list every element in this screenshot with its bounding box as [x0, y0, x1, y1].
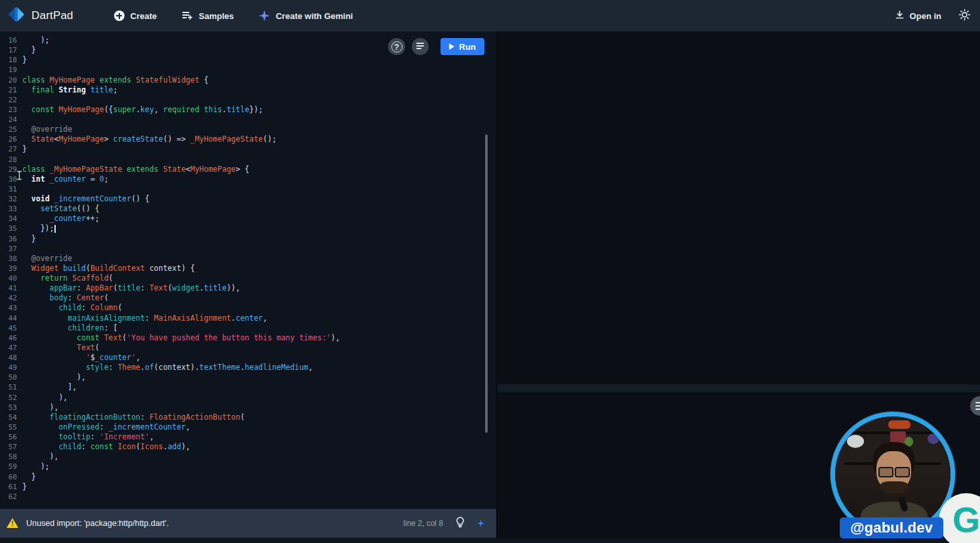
line-number: 56: [4, 432, 17, 442]
topbar-right: Open in: [895, 9, 971, 24]
analysis-message[interactable]: Unused import: 'package:http/http.dart'.: [26, 519, 168, 528]
code-line[interactable]: 28: [0, 155, 496, 165]
code-editor-panel[interactable]: 16 );17 }18}1920class MyHomePage extends…: [0, 31, 496, 509]
code-line[interactable]: 23 const MyHomePage({super.key, required…: [0, 105, 496, 115]
line-content: const Text('You have pushed the button t…: [22, 333, 340, 343]
code-line[interactable]: 31: [0, 184, 496, 194]
code-line[interactable]: 58 ),: [0, 452, 496, 462]
line-number: 25: [4, 125, 17, 134]
line-content: }: [22, 234, 36, 244]
code-line[interactable]: 33 setState(() {: [0, 204, 496, 214]
code-line[interactable]: 19: [0, 65, 496, 75]
line-content: body: Center(: [22, 293, 109, 303]
create-button[interactable]: Create: [114, 10, 157, 21]
line-number: 32: [4, 194, 17, 204]
mouse-ibeam-cursor: [16, 171, 22, 183]
code-line[interactable]: 20class MyHomePage extends StatefulWidge…: [0, 75, 496, 85]
line-content: @override: [22, 254, 72, 264]
code-line[interactable]: 48 '$_counter',: [0, 353, 496, 363]
code-line[interactable]: 49 style: Theme.of(context).textTheme.he…: [0, 363, 496, 372]
code-line[interactable]: 29class _MyHomePageState extends State<M…: [0, 165, 496, 174]
streamer-handle: @gabul.dev: [850, 519, 933, 536]
code-line[interactable]: 41 appBar: AppBar(title: Text(widget.tit…: [0, 283, 496, 293]
code-line[interactable]: 57 child: const Icon(Icons.add),: [0, 442, 496, 452]
code-line[interactable]: 34 _counter++;: [0, 214, 496, 224]
code-line[interactable]: 36 }: [0, 234, 496, 244]
code-line[interactable]: 62: [0, 492, 496, 502]
line-number: 19: [4, 65, 17, 75]
code-line[interactable]: 35 });: [0, 224, 496, 233]
line-content: }: [22, 55, 27, 65]
line-number: 39: [4, 264, 17, 273]
code-line[interactable]: 24: [0, 115, 496, 125]
code-line[interactable]: 54 floatingActionButton: FloatingActionB…: [0, 412, 496, 422]
gemini-quickfix-icon[interactable]: [477, 520, 484, 527]
editor-scrollbar[interactable]: [485, 134, 488, 433]
line-number: 41: [4, 283, 17, 293]
code-line[interactable]: 32 void _incrementCounter() {: [0, 194, 496, 204]
code-line[interactable]: 47 Text(: [0, 343, 496, 353]
code-line[interactable]: 51 ],: [0, 382, 496, 392]
code-line[interactable]: 27}: [0, 144, 496, 154]
line-number: 40: [4, 273, 17, 283]
shelf-lamp: [928, 433, 939, 444]
code-line[interactable]: 43 child: Column(: [0, 303, 496, 313]
code-line[interactable]: 40 return Scaffold(: [0, 273, 496, 283]
line-content: }: [22, 472, 36, 482]
code-lines: 16 );17 }18}1920class MyHomePage extends…: [0, 35, 496, 502]
line-number: 58: [4, 452, 17, 462]
line-content: Widget build(BuildContext context) {: [22, 264, 195, 273]
code-line[interactable]: 50 ),: [0, 372, 496, 382]
code-line[interactable]: 42 body: Center(: [0, 293, 496, 303]
samples-button[interactable]: Samples: [182, 10, 233, 22]
code-line[interactable]: 44 mainAxisAlignment: MainAxisAlignment.…: [0, 313, 496, 323]
console-menu-button[interactable]: [970, 396, 980, 416]
code-line[interactable]: 21 final String title;: [0, 85, 496, 95]
app-output-panel[interactable]: [498, 31, 980, 384]
code-line[interactable]: 30 int _counter = 0;: [0, 174, 496, 184]
line-number: 22: [4, 95, 17, 105]
line-number: 16: [4, 35, 17, 45]
plus-circle-icon: [114, 10, 125, 21]
line-content: Text(: [22, 343, 100, 353]
code-line[interactable]: 46 const Text('You have pushed the butto…: [0, 333, 496, 343]
code-line[interactable]: 55 onPressed: _incrementCounter,: [0, 422, 496, 432]
line-content: class _MyHomePageState extends State<MyH…: [22, 165, 249, 174]
gemini-sparkle-icon: [259, 10, 270, 22]
code-line[interactable]: 39 Widget build(BuildContext context) {: [0, 264, 496, 273]
code-line[interactable]: 61}: [0, 482, 496, 492]
line-content: '$_counter',: [22, 353, 140, 363]
code-line[interactable]: 37: [0, 244, 496, 254]
line-number: 20: [4, 75, 17, 85]
dartpad-app: DartPad Create Samples Create with Gemin…: [0, 0, 980, 543]
lightbulb-icon[interactable]: [455, 516, 465, 531]
run-label: Run: [459, 42, 475, 52]
code-line[interactable]: 53 ),: [0, 403, 496, 412]
code-line[interactable]: 59 );: [0, 462, 496, 472]
theme-toggle-button[interactable]: [958, 9, 971, 24]
line-content: floatingActionButton: FloatingActionButt…: [22, 412, 245, 422]
code-line[interactable]: 25 @override: [0, 125, 496, 134]
code-line[interactable]: 56 tooltip: 'Increment',: [0, 432, 496, 442]
run-button[interactable]: Run: [441, 38, 484, 55]
help-button[interactable]: ?: [388, 38, 405, 55]
code-line[interactable]: 52 ),: [0, 393, 496, 403]
code-line[interactable]: 22: [0, 95, 496, 105]
code-line[interactable]: 26 State<MyHomePage> createState() => _M…: [0, 134, 496, 144]
line-number: 61: [4, 482, 17, 492]
open-in-button[interactable]: Open in: [895, 10, 941, 22]
line-number: 33: [4, 204, 17, 214]
line-content: onPressed: _incrementCounter,: [22, 422, 190, 432]
person-beard: [880, 481, 908, 494]
line-number: 23: [4, 105, 17, 115]
code-line[interactable]: 45 children: [: [0, 323, 496, 333]
line-content: ],: [22, 382, 77, 392]
format-button[interactable]: [412, 38, 429, 55]
line-number: 59: [4, 462, 17, 472]
code-line[interactable]: 38 @override: [0, 254, 496, 264]
samples-label: Samples: [199, 11, 233, 21]
create-with-gemini-button[interactable]: Create with Gemini: [259, 10, 353, 22]
line-content: ),: [22, 372, 86, 382]
code-line[interactable]: 60 }: [0, 472, 496, 482]
code-line[interactable]: 18}: [0, 55, 496, 65]
